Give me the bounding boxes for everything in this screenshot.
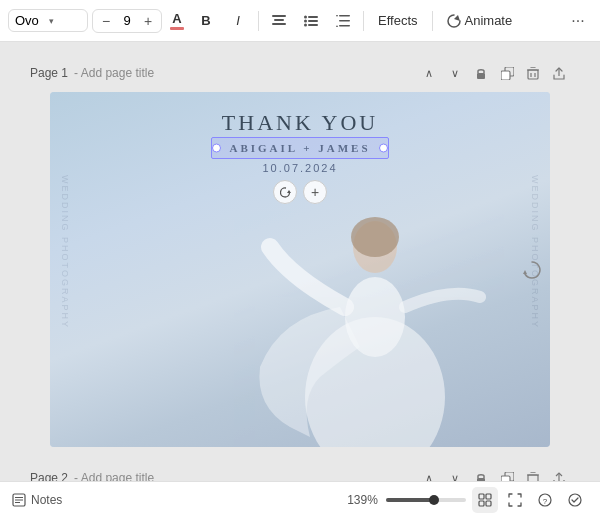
page-2-lock-button[interactable] [470,467,492,481]
color-bar [170,27,184,30]
svg-rect-2 [272,23,286,25]
font-size-increase-button[interactable]: + [139,12,157,30]
svg-rect-11 [339,25,350,27]
list-button[interactable] [297,7,325,35]
svg-point-26 [351,217,399,257]
svg-rect-1 [274,19,284,21]
svg-rect-4 [308,16,318,18]
svg-rect-6 [308,20,318,22]
svg-rect-32 [528,475,538,482]
animate-label: Animate [465,13,513,28]
font-name-label: Ovo [15,13,47,28]
svg-marker-13 [336,25,338,27]
trash-icon [527,67,539,80]
add-page-2-title[interactable]: - Add page title [74,471,154,481]
page-1-lock-button[interactable] [470,62,492,84]
svg-rect-8 [308,24,318,26]
more-options-button[interactable]: ··· [564,7,592,35]
bold-button[interactable]: B [192,7,220,35]
canvas-area[interactable]: Page 1 - Add page title ∧ ∨ [0,42,600,481]
page-1-label: Page 1 - Add page title ∧ ∨ [30,62,570,84]
page-2-up-button[interactable]: ∧ [418,467,440,481]
page-1-number: Page 1 [30,66,68,80]
inline-add-button[interactable]: + [303,180,327,204]
italic-button[interactable]: I [224,7,252,35]
names-text[interactable]: ABIGAIL + JAMES [217,140,382,156]
svg-rect-9 [339,15,350,17]
names-container[interactable]: ABIGAIL + JAMES [217,140,382,156]
page-1-up-button[interactable]: ∧ [418,62,440,84]
line-spacing-icon [336,15,350,27]
svg-rect-10 [339,20,350,22]
page-1-copy-button[interactable] [496,62,518,84]
help-button[interactable]: ? [532,487,558,513]
zoom-percent-label: 139% [345,493,380,507]
font-chevron-icon: ▾ [49,16,81,26]
page-2-label: Page 2 - Add page title ∧ ∨ [30,467,570,481]
page-1-delete-button[interactable] [522,62,544,84]
effects-label: Effects [378,13,418,28]
font-selector[interactable]: Ovo ▾ [8,9,88,32]
page-2-copy-button[interactable] [496,467,518,481]
text-color-button[interactable]: A [166,9,188,32]
notes-button[interactable]: Notes [12,493,62,507]
page-2-delete-button[interactable] [522,467,544,481]
date-text[interactable]: 10.07.2024 [50,162,550,174]
trash-icon-2 [527,472,539,482]
zoom-slider-fill [386,498,434,502]
divider-2 [363,11,364,31]
font-size-value: 9 [117,13,137,28]
grid-view-button[interactable] [472,487,498,513]
selection-handle-right[interactable] [379,144,388,153]
divider-3 [432,11,433,31]
color-letter-label: A [172,11,181,26]
help-icon: ? [538,493,552,507]
svg-rect-43 [486,501,491,506]
inline-toolbar: + [50,180,550,204]
svg-rect-40 [479,494,484,499]
svg-rect-17 [528,70,538,79]
bottom-right-buttons: ? [472,487,588,513]
rotate-handle[interactable] [518,256,546,284]
line-spacing-button[interactable] [329,7,357,35]
svg-rect-29 [477,478,485,482]
effects-button[interactable]: Effects [370,9,426,32]
status-check-button[interactable] [562,487,588,513]
inline-reset-button[interactable] [273,180,297,204]
notes-icon [12,493,26,507]
thank-you-text[interactable]: THANK YOU [50,110,550,136]
fullscreen-button[interactable] [502,487,528,513]
svg-marker-12 [336,15,338,17]
align-icon [272,15,286,27]
svg-rect-41 [486,494,491,499]
svg-point-7 [304,23,307,26]
add-page-1-title[interactable]: - Add page title [74,66,154,80]
selection-handle-left[interactable] [212,144,221,153]
page-1-canvas[interactable]: WEDDING PHOTOGRAPHY WEDDING PHOTOGRAPHY … [50,92,550,447]
check-circle-icon [568,493,582,507]
page-1-down-button[interactable]: ∨ [444,62,466,84]
copy-icon [501,67,514,80]
divider-1 [258,11,259,31]
font-size-decrease-button[interactable]: − [97,12,115,30]
align-button[interactable] [265,7,293,35]
zoom-controls: 139% [345,493,466,507]
share-icon [553,67,565,80]
zoom-slider[interactable] [386,498,466,502]
svg-marker-27 [287,190,291,193]
top-toolbar: Ovo ▾ − 9 + A B I [0,0,600,42]
fullscreen-icon [508,493,522,507]
page-1-share-button[interactable] [548,62,570,84]
lock-icon [475,472,487,482]
grid-icon [478,493,492,507]
page-1-section: Page 1 - Add page title ∧ ∨ [30,62,570,447]
zoom-slider-thumb[interactable] [429,495,439,505]
list-icon [304,15,318,27]
svg-rect-31 [501,476,510,482]
page-2-down-button[interactable]: ∨ [444,467,466,481]
svg-rect-14 [477,73,485,79]
page-2-share-button[interactable] [548,467,570,481]
page-2-section: Page 2 - Add page title ∧ ∨ [30,467,570,481]
animate-button[interactable]: Animate [439,9,521,32]
page-1-text-overlay: THANK YOU ABIGAIL + JAMES 10.07.2024 [50,110,550,204]
